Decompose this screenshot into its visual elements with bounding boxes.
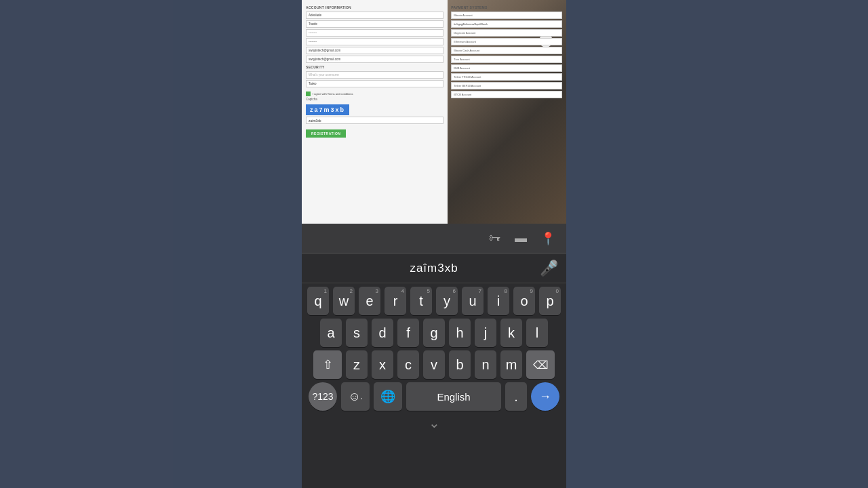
backspace-key[interactable]: ⌫ [526, 350, 555, 379]
keyboard-row-2: a s d f g h j k l [302, 315, 566, 347]
key-n[interactable]: n [475, 350, 496, 379]
key-m[interactable]: m [500, 350, 522, 379]
bitcoin-cash-field[interactable]: Bitcoin Cash Account [451, 47, 562, 54]
email1-field[interactable]: xwryjintech@gmail.com [306, 47, 443, 54]
key-u[interactable]: 7u [462, 287, 484, 315]
dogecoin-field[interactable]: Dogecoin Account [451, 29, 562, 37]
key-c[interactable]: c [397, 350, 419, 379]
ethereum-field[interactable]: Ethereum Account [451, 38, 562, 45]
key-w[interactable]: 2w [333, 287, 355, 315]
tron-field[interactable]: Tron Account [451, 56, 562, 63]
password1-field[interactable]: -------- [306, 29, 443, 37]
tether-bep20-field[interactable]: Tether BEP20 Account [451, 82, 562, 89]
keyboard-bottom-row: ?123 ☺, 🌐 English . → [302, 379, 566, 411]
captcha-input[interactable]: zaim3xb [306, 117, 443, 124]
suggestion-text: zaîm3xb [410, 262, 458, 275]
keyboard: 🗝 ▬ 📍 zaîm3xb 🎤 1q 2w 3e 4r 5t 6y 7u 8i … [302, 224, 566, 488]
captcha-image: za7m3xb [306, 104, 349, 115]
taiwo-field[interactable]: Taiwo [306, 80, 443, 87]
account-info-label: ACCOUNT INFORMATION [306, 5, 443, 9]
key-s[interactable]: s [346, 319, 368, 347]
key-x[interactable]: x [372, 350, 393, 379]
chevron-row: ⌄ [302, 411, 566, 434]
shift-key[interactable]: ⇧ [313, 350, 342, 379]
name-field[interactable]: Adeolade [306, 12, 443, 19]
mic-icon[interactable]: 🎤 [540, 260, 558, 277]
key-v[interactable]: v [423, 350, 445, 379]
form-section: ACCOUNT INFORMATION Adeolade Traofe ----… [302, 0, 566, 224]
key-z[interactable]: z [346, 350, 368, 379]
return-key[interactable]: → [531, 382, 559, 411]
space-key[interactable]: English [406, 382, 501, 411]
payment-systems-label: PAYMENT SYSTEMS [451, 5, 562, 9]
location-icon[interactable]: 📍 [540, 231, 555, 246]
keyboard-row-1: 1q 2w 3e 4r 5t 6y 7u 8i 9o 0p [302, 283, 566, 315]
account-form: ACCOUNT INFORMATION Adeolade Traofe ----… [302, 0, 448, 224]
key-icon[interactable]: 🗝 [489, 231, 501, 245]
key-y[interactable]: 6y [436, 287, 458, 315]
agree-text: I agree with Terms and conditions [313, 92, 353, 96]
key-g[interactable]: g [423, 319, 445, 347]
suggestion-bar: zaîm3xb 🎤 [302, 253, 566, 283]
key-i[interactable]: 8i [488, 287, 509, 315]
key-o[interactable]: 9o [513, 287, 535, 315]
key-b[interactable]: b [449, 350, 471, 379]
key-r[interactable]: 4r [384, 287, 406, 315]
agree-checkbox[interactable] [306, 92, 311, 96]
email2-field[interactable]: xwryjintech@gmail.com [306, 56, 443, 63]
key-a[interactable]: a [320, 319, 342, 347]
register-button[interactable]: REGISTRATION [306, 129, 346, 138]
security-label: SECURITY [306, 65, 443, 69]
globe-key[interactable]: 🌐 [374, 382, 402, 411]
btcb-field[interactable]: BTCB Account [451, 91, 562, 98]
period-key[interactable]: . [505, 382, 527, 411]
emoji-key[interactable]: ☺, [341, 382, 370, 411]
key-j[interactable]: j [475, 319, 496, 347]
btc-address-field[interactable]: ttc1qpqjj4rk4umcuv3kps43hcmk [451, 20, 562, 28]
captcha-label: Captcha [306, 98, 443, 101]
numbers-key[interactable]: ?123 [309, 382, 337, 411]
payment-systems: PAYMENT SYSTEMS Bitcoin Account ttc1qpqj… [451, 5, 562, 100]
key-l[interactable]: l [526, 319, 548, 347]
key-k[interactable]: k [500, 319, 522, 347]
agree-checkbox-row[interactable]: I agree with Terms and conditions [306, 92, 443, 96]
key-d[interactable]: d [372, 319, 393, 347]
key-h[interactable]: h [449, 319, 471, 347]
key-t[interactable]: 5t [410, 287, 432, 315]
bnb-field[interactable]: BNB Account [451, 64, 562, 72]
key-q[interactable]: 1q [307, 287, 329, 315]
card-icon[interactable]: ▬ [515, 231, 527, 245]
password2-field[interactable]: -------- [306, 38, 443, 45]
key-e[interactable]: 3e [359, 287, 380, 315]
tether-trc20-field[interactable]: Tether TRC20 Account [451, 73, 562, 81]
key-f[interactable]: f [397, 319, 419, 347]
bitcoin-field[interactable]: Bitcoin Account [451, 12, 562, 19]
username-field[interactable]: What's your username [306, 71, 443, 79]
chevron-down-icon[interactable]: ⌄ [429, 415, 440, 431]
key-p[interactable]: 0p [539, 287, 561, 315]
trade-field[interactable]: Traofe [306, 20, 443, 28]
keyboard-row-3: ⇧ z x c v b n m ⌫ [302, 347, 566, 379]
keyboard-toolbar: 🗝 ▬ 📍 [302, 224, 566, 253]
